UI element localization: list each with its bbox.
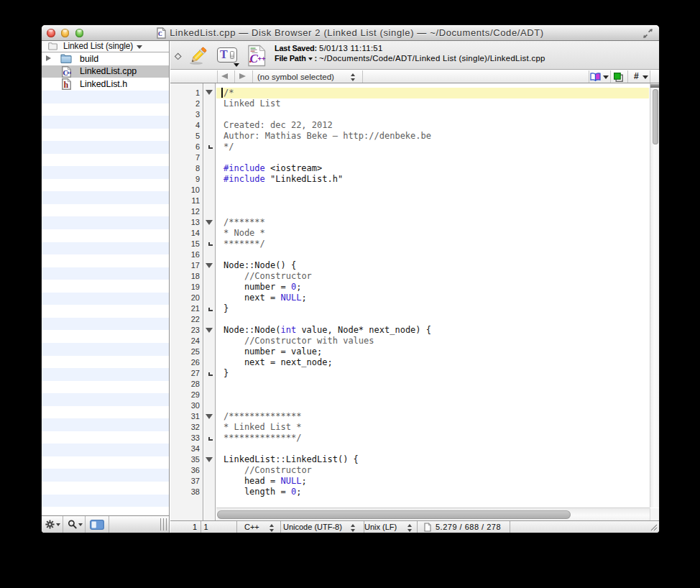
line-number-gutter: 1234567891011121314151617181920212223242… [170,83,203,520]
line-number: 31 [170,411,200,422]
line-number: 24 [170,336,200,346]
code-line [216,185,649,196]
window-titlebar[interactable]: C LinkedList.cpp — Disk Browser 2 (Linke… [42,25,659,41]
sidebar-folder-menu[interactable]: Linked List (single) [42,41,169,52]
file-path-value: ~/Documents/Code/ADT/Linked List (single… [319,54,545,64]
fold-triangle-icon[interactable] [206,263,213,268]
panel-icon [90,520,104,530]
fold-triangle-icon[interactable] [206,328,213,333]
sidebar-actions-button[interactable] [45,516,60,533]
stepper-icon[interactable] [351,73,356,81]
language-popup[interactable]: C++ [244,523,259,531]
code-token: ; [296,487,301,497]
code-line: length = 0; [216,487,649,497]
list-stripes [42,91,169,515]
code-line: Created: dec 22, 2012 [216,120,649,131]
chevron-down-icon [137,45,142,49]
encoding-popup[interactable]: Unicode (UTF-8) [283,523,342,531]
code-token: //Constructor with values [244,336,374,346]
code-token: head = [224,476,280,486]
app-window: C LinkedList.cpp — Disk Browser 2 (Linke… [42,25,659,533]
file-browser-sidebar: Linked List (single) build [42,41,170,533]
code-line: Node::Node(int value, Node* next_node) { [216,325,649,336]
divider [236,521,237,533]
status-column-number: 1 [204,523,208,531]
code-line: */ [216,142,649,152]
fold-end-icon[interactable] [208,372,213,376]
code-text-area[interactable]: /*Linked ListCreated: dec 22, 2012Author… [216,83,649,507]
file-path-label-group[interactable]: File Path: [275,54,317,64]
horizontal-scrollbar[interactable] [216,507,650,520]
text-options-button[interactable]: T [217,47,237,63]
line-number: 33 [170,433,200,444]
svg-text:C: C [158,31,162,37]
file-row-linkedlist-h[interactable]: h LinkedList.h [42,78,169,91]
header-file-icon: h [62,78,71,90]
horizontal-scrollbar-thumb[interactable] [217,510,571,520]
fold-triangle-icon[interactable] [206,414,213,419]
code-token: *******/ [224,239,265,249]
counterparts-icon[interactable] [614,73,623,82]
vertical-scrollbar[interactable] [650,83,660,507]
cpp-document-icon[interactable]: C ++ [247,45,267,67]
chevron-down-icon [603,75,609,79]
fullscreen-icon[interactable] [643,29,653,38]
sidebar-search-button[interactable] [68,516,83,533]
code-token: Node::Node( [224,325,280,335]
fold-triangle-icon[interactable] [206,457,213,462]
document-stats-icon [424,523,431,532]
line-number: 8 [170,163,200,174]
sidebar-resize-handle[interactable] [160,518,167,530]
divider [417,521,418,533]
window-resize-grip[interactable] [649,523,658,531]
line-number: 20 [170,293,200,303]
fold-end-icon[interactable] [208,437,213,441]
vertical-scrollbar-thumb[interactable] [653,89,658,144]
code-line: next = next_node; [216,357,649,368]
fold-end-icon[interactable] [208,145,213,149]
symbol-navigation-bar: (no symbol selected) # [170,70,659,84]
fold-triangle-icon[interactable] [206,220,213,225]
line-number-menu[interactable]: # [634,71,639,81]
svg-text:++: ++ [67,70,71,75]
stepper-icon [270,523,275,532]
divider [109,516,109,533]
code-line: } [216,368,649,379]
line-ending-popup[interactable]: Unix (LF) [364,523,397,531]
file-row-linkedlist-cpp[interactable]: C ++ LinkedList.cpp [42,65,169,78]
fold-end-icon[interactable] [208,308,213,311]
line-number: 11 [170,196,200,206]
fold-triangle-icon[interactable] [206,90,213,95]
code-token: //Constructor [244,271,312,281]
line-number: 32 [170,422,200,433]
code-line: next = NULL; [216,293,649,303]
line-number: 17 [170,260,200,271]
documentation-book-icon[interactable] [590,73,601,81]
code-line: #include "LinkedList.h" [216,174,649,185]
line-number: 19 [170,282,200,293]
panel-toggle-button[interactable] [90,516,104,533]
code-token [224,336,244,346]
sidebar-footer-toolbar [42,515,169,533]
nav-forward-icon[interactable] [239,73,246,79]
file-path-label: File Path [275,54,306,63]
character-stats: 5.279 / 688 / 278 [436,523,501,531]
code-line: LinkedList::LinkedList() { [216,454,649,465]
code-token: #include [224,163,265,173]
svg-text:h: h [63,80,68,90]
folder-icon [60,54,72,64]
code-token: /* [224,88,234,98]
split-diamond-icon[interactable] [174,52,181,60]
document-proxy-icon[interactable]: C [157,27,166,39]
code-token: #include [224,174,265,184]
disclosure-triangle-icon[interactable] [46,55,51,61]
edit-pencil-icon[interactable] [189,47,208,65]
symbol-popup[interactable]: (no symbol selected) [257,72,334,81]
stepper-icon [351,523,356,532]
fold-end-icon[interactable] [208,242,213,246]
file-row-build[interactable]: build [42,52,169,65]
nav-back-icon[interactable] [221,73,228,79]
code-line: **************/ [216,433,649,444]
scrollbar-top-shadow [650,84,660,88]
code-token [224,465,244,475]
